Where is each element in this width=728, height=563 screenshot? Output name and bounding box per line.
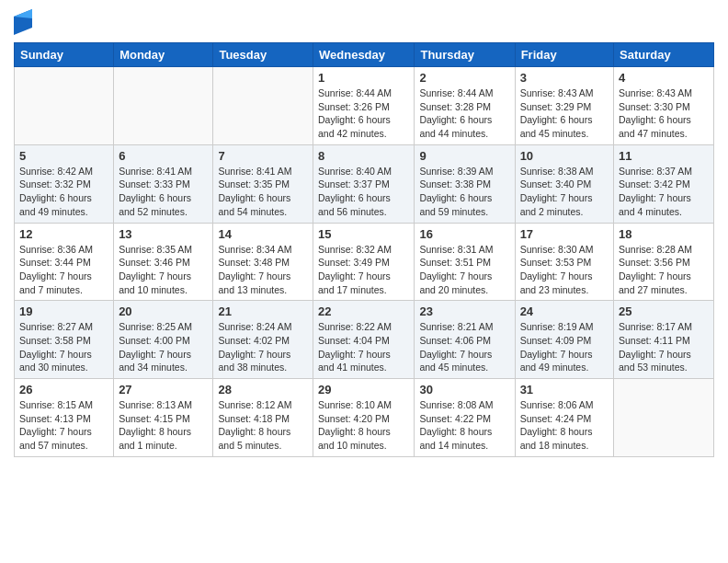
day-info: Sunrise: 8:38 AM Sunset: 3:40 PM Dayligh…	[520, 165, 609, 219]
day-number: 15	[318, 227, 409, 241]
day-number: 23	[419, 304, 509, 318]
calendar-week-row: 1Sunrise: 8:44 AM Sunset: 3:26 PM Daylig…	[15, 67, 714, 145]
calendar-cell: 4Sunrise: 8:43 AM Sunset: 3:30 PM Daylig…	[614, 67, 714, 145]
calendar-cell: 27Sunrise: 8:13 AM Sunset: 4:15 PM Dayli…	[114, 379, 213, 457]
day-number: 14	[218, 227, 308, 241]
calendar-cell: 3Sunrise: 8:43 AM Sunset: 3:29 PM Daylig…	[515, 67, 613, 145]
day-info: Sunrise: 8:22 AM Sunset: 4:04 PM Dayligh…	[318, 320, 409, 374]
day-info: Sunrise: 8:40 AM Sunset: 3:37 PM Dayligh…	[318, 165, 409, 219]
weekday-header-friday: Friday	[515, 43, 613, 67]
day-number: 18	[619, 227, 709, 241]
calendar: SundayMondayTuesdayWednesdayThursdayFrid…	[14, 42, 714, 457]
day-info: Sunrise: 8:08 AM Sunset: 4:22 PM Dayligh…	[419, 398, 509, 453]
day-number: 1	[318, 71, 409, 85]
calendar-cell: 26Sunrise: 8:15 AM Sunset: 4:13 PM Dayli…	[15, 379, 114, 457]
calendar-cell	[15, 67, 114, 145]
calendar-cell: 23Sunrise: 8:21 AM Sunset: 4:06 PM Dayli…	[415, 301, 515, 379]
weekday-header-wednesday: Wednesday	[313, 43, 415, 67]
day-info: Sunrise: 8:30 AM Sunset: 3:53 PM Dayligh…	[520, 243, 609, 297]
calendar-week-row: 12Sunrise: 8:36 AM Sunset: 3:44 PM Dayli…	[15, 223, 714, 301]
day-number: 29	[318, 383, 409, 396]
page: SundayMondayTuesdayWednesdayThursdayFrid…	[0, 0, 728, 563]
day-number: 19	[19, 304, 108, 318]
calendar-cell: 30Sunrise: 8:08 AM Sunset: 4:22 PM Dayli…	[415, 379, 515, 457]
calendar-cell: 7Sunrise: 8:41 AM Sunset: 3:35 PM Daylig…	[213, 144, 313, 223]
day-info: Sunrise: 8:32 AM Sunset: 3:49 PM Dayligh…	[318, 243, 409, 297]
calendar-cell	[114, 67, 213, 145]
calendar-cell: 20Sunrise: 8:25 AM Sunset: 4:00 PM Dayli…	[114, 301, 213, 379]
weekday-header-saturday: Saturday	[614, 43, 714, 67]
calendar-cell: 15Sunrise: 8:32 AM Sunset: 3:49 PM Dayli…	[313, 223, 415, 301]
day-number: 20	[119, 304, 208, 318]
day-number: 30	[419, 383, 509, 396]
day-info: Sunrise: 8:35 AM Sunset: 3:46 PM Dayligh…	[119, 243, 208, 297]
calendar-cell: 16Sunrise: 8:31 AM Sunset: 3:51 PM Dayli…	[415, 223, 515, 301]
calendar-cell: 21Sunrise: 8:24 AM Sunset: 4:02 PM Dayli…	[213, 301, 313, 379]
calendar-week-row: 26Sunrise: 8:15 AM Sunset: 4:13 PM Dayli…	[15, 379, 714, 457]
day-info: Sunrise: 8:15 AM Sunset: 4:13 PM Dayligh…	[19, 398, 108, 453]
calendar-cell: 28Sunrise: 8:12 AM Sunset: 4:18 PM Dayli…	[213, 379, 313, 457]
day-info: Sunrise: 8:27 AM Sunset: 3:58 PM Dayligh…	[19, 320, 108, 374]
day-number: 7	[218, 149, 308, 163]
calendar-cell: 10Sunrise: 8:38 AM Sunset: 3:40 PM Dayli…	[515, 144, 613, 223]
calendar-week-row: 19Sunrise: 8:27 AM Sunset: 3:58 PM Dayli…	[15, 301, 714, 379]
day-number: 16	[419, 227, 509, 241]
calendar-cell: 2Sunrise: 8:44 AM Sunset: 3:28 PM Daylig…	[415, 67, 515, 145]
day-info: Sunrise: 8:21 AM Sunset: 4:06 PM Dayligh…	[419, 320, 509, 374]
day-info: Sunrise: 8:44 AM Sunset: 3:26 PM Dayligh…	[318, 86, 409, 141]
calendar-cell: 29Sunrise: 8:10 AM Sunset: 4:20 PM Dayli…	[313, 379, 415, 457]
day-info: Sunrise: 8:06 AM Sunset: 4:24 PM Dayligh…	[520, 398, 609, 453]
day-info: Sunrise: 8:17 AM Sunset: 4:11 PM Dayligh…	[619, 320, 709, 374]
calendar-cell: 22Sunrise: 8:22 AM Sunset: 4:04 PM Dayli…	[313, 301, 415, 379]
day-number: 26	[19, 383, 108, 396]
calendar-cell: 31Sunrise: 8:06 AM Sunset: 4:24 PM Dayli…	[515, 379, 613, 457]
day-number: 31	[520, 383, 609, 396]
calendar-cell: 19Sunrise: 8:27 AM Sunset: 3:58 PM Dayli…	[15, 301, 114, 379]
calendar-cell: 18Sunrise: 8:28 AM Sunset: 3:56 PM Dayli…	[614, 223, 714, 301]
day-number: 5	[19, 149, 108, 163]
day-info: Sunrise: 8:28 AM Sunset: 3:56 PM Dayligh…	[619, 243, 709, 297]
day-number: 6	[119, 149, 208, 163]
day-info: Sunrise: 8:43 AM Sunset: 3:29 PM Dayligh…	[520, 86, 609, 141]
weekday-header-sunday: Sunday	[15, 43, 114, 67]
calendar-cell: 6Sunrise: 8:41 AM Sunset: 3:33 PM Daylig…	[114, 144, 213, 223]
day-info: Sunrise: 8:10 AM Sunset: 4:20 PM Dayligh…	[318, 398, 409, 453]
weekday-header-thursday: Thursday	[415, 43, 515, 67]
day-info: Sunrise: 8:39 AM Sunset: 3:38 PM Dayligh…	[419, 165, 509, 219]
day-number: 11	[619, 149, 709, 163]
header	[14, 9, 714, 35]
day-number: 4	[619, 71, 709, 85]
day-info: Sunrise: 8:44 AM Sunset: 3:28 PM Dayligh…	[419, 86, 509, 141]
day-number: 10	[520, 149, 609, 163]
day-info: Sunrise: 8:37 AM Sunset: 3:42 PM Dayligh…	[619, 165, 709, 219]
day-number: 22	[318, 304, 409, 318]
day-number: 27	[119, 383, 208, 396]
calendar-cell: 8Sunrise: 8:40 AM Sunset: 3:37 PM Daylig…	[313, 144, 415, 223]
day-info: Sunrise: 8:13 AM Sunset: 4:15 PM Dayligh…	[119, 398, 208, 453]
day-info: Sunrise: 8:41 AM Sunset: 3:33 PM Dayligh…	[119, 165, 208, 219]
day-info: Sunrise: 8:36 AM Sunset: 3:44 PM Dayligh…	[19, 243, 108, 297]
calendar-cell	[614, 379, 714, 457]
day-number: 12	[19, 227, 108, 241]
calendar-cell	[213, 67, 313, 145]
day-info: Sunrise: 8:24 AM Sunset: 4:02 PM Dayligh…	[218, 320, 308, 374]
day-number: 28	[218, 383, 308, 396]
calendar-cell: 5Sunrise: 8:42 AM Sunset: 3:32 PM Daylig…	[15, 144, 114, 223]
day-number: 3	[520, 71, 609, 85]
calendar-cell: 25Sunrise: 8:17 AM Sunset: 4:11 PM Dayli…	[614, 301, 714, 379]
day-info: Sunrise: 8:42 AM Sunset: 3:32 PM Dayligh…	[19, 165, 108, 219]
day-info: Sunrise: 8:43 AM Sunset: 3:30 PM Dayligh…	[619, 86, 709, 141]
day-number: 13	[119, 227, 208, 241]
logo	[14, 9, 36, 35]
day-info: Sunrise: 8:12 AM Sunset: 4:18 PM Dayligh…	[218, 398, 308, 453]
day-info: Sunrise: 8:41 AM Sunset: 3:35 PM Dayligh…	[218, 165, 308, 219]
day-number: 9	[419, 149, 509, 163]
day-info: Sunrise: 8:19 AM Sunset: 4:09 PM Dayligh…	[520, 320, 609, 374]
calendar-cell: 9Sunrise: 8:39 AM Sunset: 3:38 PM Daylig…	[415, 144, 515, 223]
day-number: 24	[520, 304, 609, 318]
day-info: Sunrise: 8:34 AM Sunset: 3:48 PM Dayligh…	[218, 243, 308, 297]
calendar-cell: 14Sunrise: 8:34 AM Sunset: 3:48 PM Dayli…	[213, 223, 313, 301]
calendar-week-row: 5Sunrise: 8:42 AM Sunset: 3:32 PM Daylig…	[15, 144, 714, 223]
weekday-header-tuesday: Tuesday	[213, 43, 313, 67]
weekday-header-monday: Monday	[114, 43, 213, 67]
